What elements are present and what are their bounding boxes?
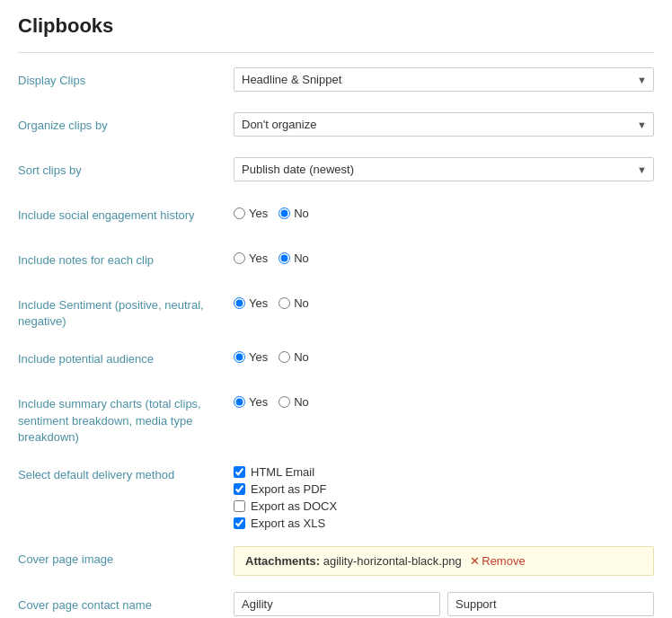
delivery-method-control: HTML Email Export as PDF Export as DOCX …: [234, 462, 654, 530]
delivery-method-checkbox-group: HTML Email Export as PDF Export as DOCX …: [234, 462, 337, 530]
summary-charts-label: Include summary charts (total clips, sen…: [18, 391, 234, 446]
remove-x-icon: ✕: [470, 554, 480, 568]
notes-clip-radio-group: Yes No: [234, 247, 309, 265]
cover-page-image-row: Cover page image Attachments: agility-ho…: [18, 546, 654, 576]
remove-link-label: Remove: [482, 554, 525, 568]
cover-contact-name-control: [234, 592, 654, 616]
social-engagement-control: Yes No: [234, 202, 654, 220]
sentiment-label: Include Sentiment (positive, neutral, ne…: [18, 292, 234, 330]
potential-audience-control: Yes No: [234, 346, 654, 364]
attachment-filename: agility-horizontal-black.png: [323, 554, 462, 568]
divider: [18, 52, 654, 53]
cover-contact-name-label: Cover page contact name: [18, 592, 234, 614]
summary-charts-no-radio[interactable]: [279, 396, 290, 408]
cover-page-image-control: Attachments: agility-horizontal-black.pn…: [234, 546, 654, 576]
potential-audience-yes-label: Yes: [249, 350, 268, 364]
attachment-label-text: Attachments:: [245, 554, 320, 568]
notes-clip-yes-option[interactable]: Yes: [234, 252, 268, 265]
potential-audience-yes-option[interactable]: Yes: [234, 350, 268, 364]
delivery-method-label: Select default delivery method: [18, 462, 234, 483]
delivery-export-pdf-option[interactable]: Export as PDF: [234, 482, 337, 496]
organize-clips-select[interactable]: Don't organize Source Date Sentiment: [234, 112, 654, 137]
delivery-export-docx-label: Export as DOCX: [251, 499, 337, 513]
sort-clips-select-wrap: Publish date (newest) Publish date (olde…: [234, 157, 654, 181]
social-engagement-label: Include social engagement history: [18, 202, 234, 224]
display-clips-select-wrap: Headline & Snippet Headline Only Full Te…: [234, 67, 654, 92]
potential-audience-radio-group: Yes No: [234, 346, 309, 364]
social-engagement-yes-option[interactable]: Yes: [234, 207, 268, 220]
organize-clips-label: Organize clips by: [18, 112, 234, 134]
social-engagement-yes-label: Yes: [249, 207, 268, 220]
sort-clips-select[interactable]: Publish date (newest) Publish date (olde…: [234, 157, 654, 181]
sentiment-control: Yes No: [234, 292, 654, 310]
notes-clip-yes-radio[interactable]: [234, 252, 245, 264]
summary-charts-yes-option[interactable]: Yes: [234, 395, 268, 409]
notes-clip-control: Yes No: [234, 247, 654, 265]
organize-clips-select-wrap: Don't organize Source Date Sentiment ▼: [234, 112, 654, 137]
sentiment-no-radio[interactable]: [279, 297, 290, 309]
summary-charts-control: Yes No: [234, 391, 654, 409]
delivery-export-xls-label: Export as XLS: [251, 516, 325, 530]
sort-clips-label: Sort clips by: [18, 157, 234, 179]
display-clips-row: Display Clips Headline & Snippet Headlin…: [18, 67, 654, 96]
potential-audience-label: Include potential audience: [18, 346, 234, 367]
organize-clips-row: Organize clips by Don't organize Source …: [18, 112, 654, 141]
delivery-export-xls-option[interactable]: Export as XLS: [234, 516, 337, 530]
page-title: Clipbooks: [18, 14, 654, 38]
potential-audience-no-label: No: [294, 350, 309, 364]
social-engagement-no-radio[interactable]: [279, 207, 290, 219]
attachment-box: Attachments: agility-horizontal-black.pn…: [234, 546, 654, 576]
potential-audience-yes-radio[interactable]: [234, 351, 245, 363]
delivery-export-docx-checkbox[interactable]: [234, 500, 245, 512]
notes-clip-label: Include notes for each clip: [18, 247, 234, 269]
delivery-export-pdf-label: Export as PDF: [251, 482, 327, 496]
cover-contact-name-row: Cover page contact name: [18, 592, 654, 618]
delivery-export-xls-checkbox[interactable]: [234, 517, 245, 529]
remove-attachment-link[interactable]: ✕Remove: [470, 554, 525, 568]
social-engagement-radio-group: Yes No: [234, 202, 309, 220]
social-engagement-no-label: No: [294, 207, 309, 220]
summary-charts-yes-label: Yes: [249, 395, 268, 409]
sentiment-yes-option[interactable]: Yes: [234, 296, 268, 310]
display-clips-select[interactable]: Headline & Snippet Headline Only Full Te…: [234, 67, 654, 92]
potential-audience-row: Include potential audience Yes No: [18, 346, 654, 375]
notes-clip-no-radio[interactable]: [279, 252, 290, 264]
notes-clip-row: Include notes for each clip Yes No: [18, 247, 654, 276]
delivery-export-docx-option[interactable]: Export as DOCX: [234, 499, 337, 513]
notes-clip-yes-label: Yes: [249, 252, 268, 265]
potential-audience-no-option[interactable]: No: [279, 350, 309, 364]
summary-charts-radio-group: Yes No: [234, 391, 309, 409]
delivery-html-email-checkbox[interactable]: [234, 466, 245, 478]
sentiment-row: Include Sentiment (positive, neutral, ne…: [18, 292, 654, 330]
delivery-html-email-label: HTML Email: [251, 465, 314, 479]
cover-contact-first-name-input[interactable]: [234, 592, 440, 616]
cover-contact-last-name-input[interactable]: [447, 592, 654, 616]
social-engagement-yes-radio[interactable]: [234, 207, 245, 219]
summary-charts-no-option[interactable]: No: [279, 395, 309, 409]
sentiment-yes-radio[interactable]: [234, 297, 245, 309]
organize-clips-control: Don't organize Source Date Sentiment ▼: [234, 112, 654, 137]
social-engagement-row: Include social engagement history Yes No: [18, 202, 654, 231]
potential-audience-no-radio[interactable]: [279, 351, 290, 363]
sentiment-no-option[interactable]: No: [279, 296, 309, 310]
sentiment-no-label: No: [294, 296, 309, 310]
delivery-method-row: Select default delivery method HTML Emai…: [18, 462, 654, 530]
display-clips-control: Headline & Snippet Headline Only Full Te…: [234, 67, 654, 92]
sentiment-yes-label: Yes: [249, 296, 268, 310]
sentiment-radio-group: Yes No: [234, 292, 309, 310]
notes-clip-no-label: No: [294, 252, 309, 265]
social-engagement-no-option[interactable]: No: [279, 207, 309, 220]
sort-clips-row: Sort clips by Publish date (newest) Publ…: [18, 157, 654, 186]
delivery-html-email-option[interactable]: HTML Email: [234, 465, 337, 479]
display-clips-label: Display Clips: [18, 67, 234, 89]
delivery-export-pdf-checkbox[interactable]: [234, 483, 245, 495]
summary-charts-yes-radio[interactable]: [234, 396, 245, 408]
sort-clips-control: Publish date (newest) Publish date (olde…: [234, 157, 654, 181]
notes-clip-no-option[interactable]: No: [279, 252, 309, 265]
summary-charts-row: Include summary charts (total clips, sen…: [18, 391, 654, 446]
summary-charts-no-label: No: [294, 395, 309, 409]
cover-contact-name-inputs: [234, 592, 654, 616]
cover-page-image-label: Cover page image: [18, 546, 234, 568]
